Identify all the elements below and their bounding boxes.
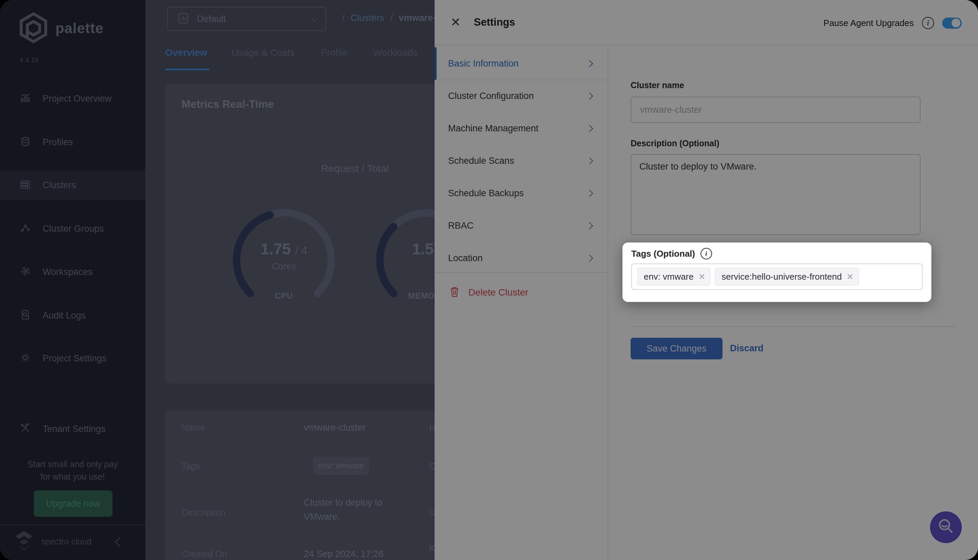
tag-chip-text: service:hello-universe-frontend [721, 272, 842, 282]
network-icon [20, 223, 30, 234]
bar-chart-icon [20, 93, 30, 104]
sidebar-item-label: Project Overview [43, 93, 112, 104]
spectro-cloud-logo-icon [13, 529, 35, 554]
sidebar-item-clusters[interactable]: Clusters [0, 170, 145, 200]
upgrade-promo: Start small and only pay for what you us… [0, 458, 145, 483]
brand-name: palette [55, 20, 103, 37]
cpu-gauge-value: 1.75 / 4 Cores [232, 240, 336, 272]
detail-label-name: Name [182, 423, 205, 433]
tags-label-row: Tags (Optional) i [631, 248, 712, 259]
sidebar: palette 4.4.19 Project Overview Profiles… [0, 0, 145, 560]
brand: palette [19, 12, 103, 45]
tag-chip-service-hello-universe-frontend: service:hello-universe-frontend ✕ [715, 268, 858, 285]
sidebar-item-label: Cluster Groups [43, 223, 104, 234]
breadcrumb-slash: / [391, 13, 393, 23]
tab-overview[interactable]: Overview [165, 47, 207, 58]
detail-label-created-on: Created On [182, 549, 227, 559]
detail-label-description: Description [182, 507, 225, 518]
metrics-title: Metrics Real-Time [182, 98, 274, 110]
sidebar-item-label: Audit Logs [43, 310, 86, 321]
active-tab-underline [165, 68, 210, 70]
detail-value-description-line1: Cluster to deploy to [304, 498, 382, 508]
detail-next-col-partial: K [429, 543, 435, 553]
sidebar-item-label: Project Settings [43, 353, 107, 364]
palette-logo-icon [19, 12, 48, 45]
promo-line2: for what you use! [0, 470, 145, 483]
tab-profile[interactable]: Profile [321, 47, 347, 58]
tags-input[interactable]: env: vmware ✕ service:hello-universe-fro… [631, 263, 923, 290]
sidebar-item-project-overview[interactable]: Project Overview [0, 84, 145, 113]
orbit-icon [20, 266, 30, 278]
sidebar-item-label: Workspaces [43, 267, 93, 277]
sidebar-item-tenant-settings[interactable]: Tenant Settings [0, 415, 145, 443]
cpu-unit: Cores [272, 262, 296, 272]
sidebar-divider [0, 525, 145, 525]
info-icon[interactable]: i [701, 248, 712, 259]
project-selector[interactable]: Default [167, 7, 326, 31]
breadcrumb-slash: / [342, 13, 345, 23]
sidebar-item-project-settings[interactable]: Project Settings [0, 344, 145, 373]
sidebar-item-profiles[interactable]: Profiles [0, 128, 145, 157]
metrics-legend: Request / Total [321, 163, 389, 174]
servers-icon [20, 179, 30, 191]
cpu-total: / 4 [295, 245, 307, 257]
tools-icon [20, 423, 30, 435]
tab-workloads[interactable]: Workloads [373, 47, 418, 58]
spectro-cloud-label: spectro cloud [41, 537, 92, 547]
sidebar-item-audit-logs[interactable]: Audit Logs [0, 301, 145, 330]
app-window: palette 4.4.19 Project Overview Profiles… [0, 0, 978, 560]
screen: palette 4.4.19 Project Overview Profiles… [0, 0, 978, 560]
detail-tag-chip: env: vmware [313, 457, 369, 475]
sidebar-item-label: Tenant Settings [43, 424, 105, 434]
tag-chip-text: env: vmware [644, 272, 693, 282]
sidebar-item-label: Clusters [43, 180, 76, 190]
chevron-down-icon [311, 15, 318, 22]
sidebar-item-cluster-groups[interactable]: Cluster Groups [0, 214, 145, 243]
spectro-cloud-brand: spectro cloud [13, 529, 92, 554]
tag-chip-env-vmware: env: vmware ✕ [638, 268, 710, 285]
breadcrumb-clusters-link[interactable]: Clusters [351, 13, 384, 23]
audit-doc-icon [20, 310, 30, 321]
remove-tag-icon[interactable]: ✕ [698, 272, 705, 282]
project-selector-value: Default [197, 14, 226, 24]
remove-tag-icon[interactable]: ✕ [846, 272, 854, 282]
cpu-used: 1.75 [260, 240, 291, 258]
upgrade-now-button[interactable]: Upgrade now [34, 490, 112, 517]
promo-line1: Start small and only pay [0, 458, 145, 470]
collapse-sidebar-icon[interactable] [115, 537, 125, 547]
gear-icon [20, 353, 30, 364]
project-scope-icon [177, 12, 189, 25]
sidebar-item-workspaces[interactable]: Workspaces [0, 257, 145, 287]
sidebar-item-label: Profiles [43, 137, 73, 148]
detail-value-name: vmware-cluster [304, 423, 365, 433]
detail-label-tags: Tags [182, 461, 200, 472]
layers-icon [20, 137, 30, 148]
cpu-gauge-label: CPU [232, 291, 336, 301]
tags-label: Tags (Optional) [631, 248, 695, 259]
detail-value-created-on: 24 Sep 2024, 17:26 [304, 549, 384, 559]
detail-value-description-line2: VMware. [304, 512, 340, 522]
tags-spotlight-section: Tags (Optional) i env: vmware ✕ service:… [623, 243, 931, 302]
app-version: 4.4.19 [20, 56, 38, 64]
tab-usage-costs[interactable]: Usage & Costs [232, 47, 295, 58]
